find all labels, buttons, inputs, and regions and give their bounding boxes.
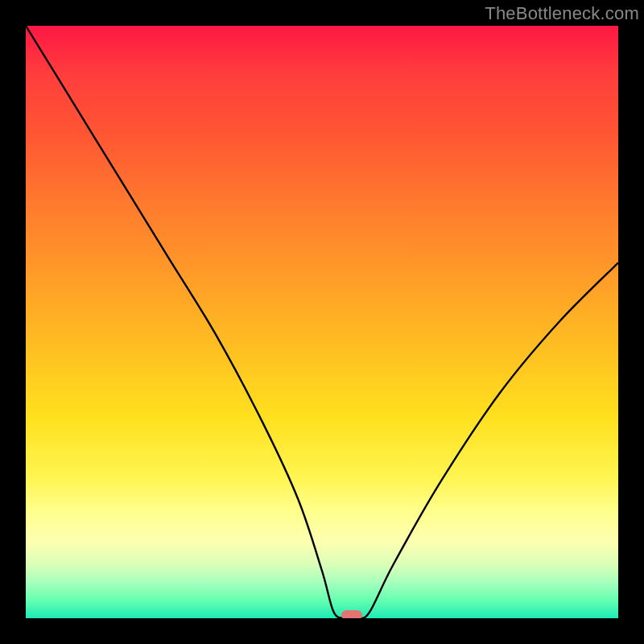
- plot-area: [26, 26, 618, 618]
- optimal-marker: [341, 610, 362, 618]
- bottleneck-curve: [26, 26, 618, 618]
- watermark-text: TheBottleneck.com: [485, 3, 639, 24]
- curve-layer: [26, 26, 618, 618]
- chart-stage: TheBottleneck.com: [0, 0, 644, 644]
